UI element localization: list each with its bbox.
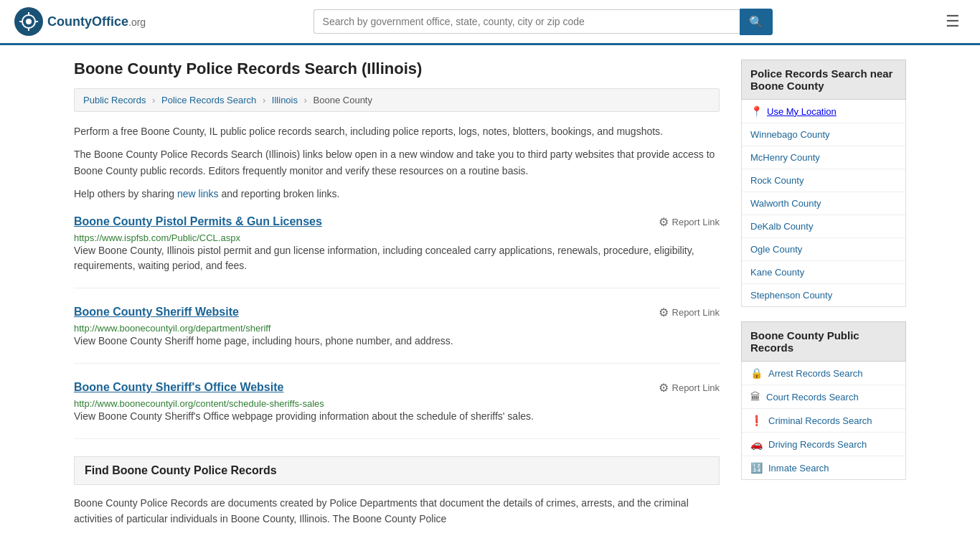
sidebar-public-records-links: 🔒 Arrest Records Search 🏛 Court Records … [741,362,906,480]
sidebar-nearby-header: Police Records Search near Boone County [741,60,906,100]
intro-paragraph2: The Boone County Police Records Search (… [74,146,720,179]
sidebar-link-winnebago: Winnebago County [742,123,905,146]
find-section-heading: Find Boone County Police Records [74,456,720,485]
report-link-2[interactable]: ⚙ Report Link [659,381,720,395]
result-desc-2: View Boone County Sheriff's Office webpa… [74,409,720,424]
sidebar-link-stephenson: Stephenson County [742,284,905,306]
svg-point-2 [26,19,32,24]
breadcrumb: Public Records › Police Records Search ›… [74,88,720,112]
sidebar-link-rock: Rock County [742,169,905,192]
page-title: Boone County Police Records Search (Illi… [74,60,720,78]
location-icon: 📍 [750,105,763,117]
result-desc-1: View Boone County Sheriff home page, inc… [74,334,720,349]
breadcrumb-illinois[interactable]: Illinois [272,95,298,105]
result-url-1[interactable]: http://www.boonecountyil.org/department/… [74,323,270,334]
use-location-item[interactable]: 📍 Use My Location [742,100,905,123]
intro-paragraph1: Perform a free Boone County, IL public p… [74,123,720,139]
sidebar: Police Records Search near Boone County … [741,60,906,527]
sidebar-public-records-section: Boone County Public Records 🔒 Arrest Rec… [741,321,906,480]
breadcrumb-public-records[interactable]: Public Records [83,95,146,105]
result-title: Boone County Sheriff Website [74,306,239,319]
main-container: Boone County Police Records Search (Illi… [60,45,920,541]
sidebar-pr-criminal: ❗ Criminal Records Search [742,409,905,433]
sidebar-pr-court: 🏛 Court Records Search [742,385,905,409]
report-icon-2: ⚙ [659,381,669,395]
sidebar-public-records-header: Boone County Public Records [741,321,906,362]
breadcrumb-police-records-search[interactable]: Police Records Search [161,95,256,105]
result-item: Boone County Sheriff's Office Website ⚙ … [74,381,720,439]
find-records-text: Boone County Police Records are document… [74,495,720,527]
report-icon-1: ⚙ [659,306,669,319]
report-icon-0: ⚙ [659,215,669,229]
result-url-0[interactable]: https://www.ispfsb.com/Public/CCL.aspx [74,232,240,243]
result-title: Boone County Sheriff's Office Website [74,381,283,394]
report-link-1[interactable]: ⚙ Report Link [659,306,720,319]
logo-area: CountyOffice.org [14,7,146,36]
sidebar-link-dekalb: DeKalb County [742,215,905,238]
search-input[interactable] [314,9,740,34]
breadcrumb-boone-county: Boone County [314,95,372,105]
header: CountyOffice.org 🔍 ☰ [0,0,980,45]
logo-text: CountyOffice.org [47,14,146,29]
sidebar-link-mchenry: McHenry County [742,146,905,169]
new-links-link[interactable]: new links [177,188,219,199]
sidebar-pr-arrest: 🔒 Arrest Records Search [742,362,905,385]
result-header: Boone County Pistol Permits & Gun Licens… [74,215,720,229]
result-header: Boone County Sheriff Website ⚙ Report Li… [74,306,720,319]
logo-icon [14,7,43,36]
criminal-icon: ❗ [750,415,763,426]
court-icon: 🏛 [750,391,760,402]
menu-button[interactable]: ☰ [940,9,966,34]
report-link-0[interactable]: ⚙ Report Link [659,215,720,229]
sidebar-link-walworth: Walworth County [742,192,905,215]
sidebar-link-kane: Kane County [742,261,905,284]
sidebar-nearby-section: Police Records Search near Boone County … [741,60,906,307]
arrest-icon: 🔒 [750,367,763,379]
intro-paragraph3: Help others by sharing new links and rep… [74,186,720,202]
result-header: Boone County Sheriff's Office Website ⚙ … [74,381,720,395]
use-location-link[interactable]: Use My Location [767,106,837,117]
sidebar-link-ogle: Ogle County [742,238,905,261]
sidebar-pr-inmate: 🔢 Inmate Search [742,456,905,479]
inmate-icon: 🔢 [750,462,763,474]
content-area: Boone County Police Records Search (Illi… [74,60,720,527]
result-url-2[interactable]: http://www.boonecountyil.org/content/sch… [74,398,324,409]
result-desc-0: View Boone County, Illinois pistol permi… [74,243,720,273]
search-area: 🔍 [314,9,773,35]
result-link-2[interactable]: Boone County Sheriff's Office Website [74,381,283,393]
result-item: Boone County Pistol Permits & Gun Licens… [74,215,720,288]
driving-icon: 🚗 [750,438,763,450]
sidebar-pr-driving: 🚗 Driving Records Search [742,433,905,456]
result-link-1[interactable]: Boone County Sheriff Website [74,306,239,318]
result-link-0[interactable]: Boone County Pistol Permits & Gun Licens… [74,215,322,227]
result-title: Boone County Pistol Permits & Gun Licens… [74,215,322,228]
sidebar-nearby-links: 📍 Use My Location Winnebago County McHen… [741,100,906,307]
search-button[interactable]: 🔍 [740,9,773,35]
result-item: Boone County Sheriff Website ⚙ Report Li… [74,306,720,364]
